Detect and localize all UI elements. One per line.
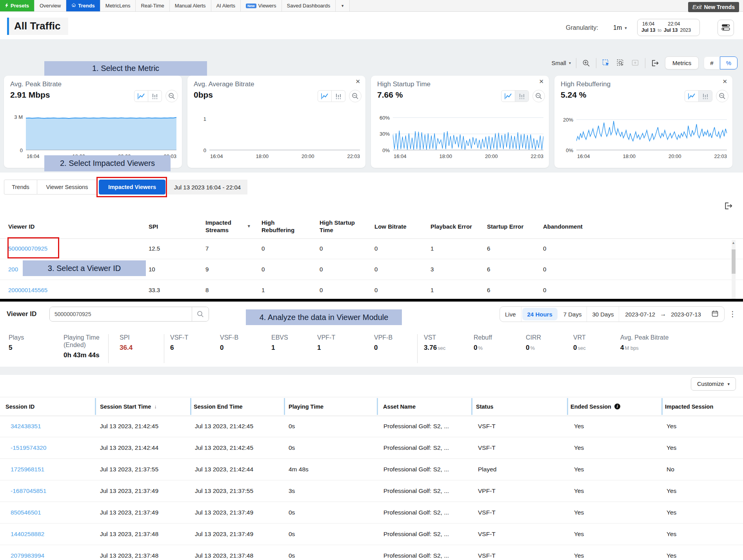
col-playing-time[interactable]: Playing Time [289, 397, 323, 416]
session-id-link[interactable]: -1687045851 [11, 480, 46, 502]
high-startup-time-chart[interactable]: 60%30%0% [374, 116, 543, 150]
select-tool-icon[interactable] [601, 58, 611, 68]
session-id-link[interactable]: 850546501 [11, 502, 41, 523]
nav-manual-alerts[interactable]: Manual Alerts [170, 0, 211, 11]
date-end-value[interactable]: 2023-07-13 [671, 311, 701, 318]
col-ended-session[interactable]: Ended Sessioni [570, 397, 620, 416]
bar-chart-icon[interactable] [331, 91, 345, 102]
col-playing-time-label: Playing Time [289, 404, 323, 410]
magnifier-wave-icon[interactable] [349, 90, 362, 102]
chart-type-toggle [134, 90, 162, 102]
card-high-rebuffering[interactable]: ✕ High Rebuffering 5.24 % 20%0% 16:0418:… [554, 76, 732, 168]
number-mode-button[interactable]: # [704, 56, 719, 69]
col-spi[interactable]: SPI [149, 215, 158, 238]
line-chart-icon[interactable] [318, 91, 331, 102]
magnifier-wave-icon[interactable] [716, 90, 728, 102]
range-24-hours[interactable]: 24 Hours [522, 308, 558, 320]
col-impacted-streams[interactable]: Impacted Streams [205, 215, 247, 238]
avg-average-bitrate-chart[interactable]: 10 [191, 116, 360, 150]
exit-new-trends-button[interactable]: Exit New Trends [688, 2, 739, 12]
session-id-link[interactable]: 2079983994 [11, 545, 44, 560]
nav-metriclens[interactable]: MetricLens [100, 0, 136, 11]
impacted-session-cell: Yes [667, 416, 676, 437]
date-start-value[interactable]: 2023-07-12 [625, 311, 655, 318]
col-session-start[interactable]: Session Start Time↓ [100, 397, 157, 416]
card-avg-average-bitrate[interactable]: ✕ Avg. Average Bitrate 0bps 10 16:0418:0… [187, 76, 365, 168]
percent-mode-button[interactable]: % [720, 56, 738, 69]
range-live[interactable]: Live [500, 307, 521, 322]
viewer-id-link[interactable]: 200 [8, 259, 18, 280]
info-icon[interactable]: i [614, 404, 620, 409]
session-id-link[interactable]: 1440258882 [11, 524, 44, 545]
magnifier-wave-icon[interactable] [165, 90, 178, 102]
range-end-time: 22:04 [668, 21, 680, 27]
table-export-icon[interactable] [724, 202, 733, 212]
col-abandonment[interactable]: Abandonment [543, 215, 583, 238]
sort-chevron-icon[interactable]: ▾ [248, 224, 250, 229]
scrollbar-thumb[interactable] [732, 249, 736, 274]
chart-size-select[interactable]: Small ▾ [551, 60, 571, 66]
session-id-link[interactable]: 1725968151 [11, 459, 44, 480]
nav-saved-dashboards[interactable]: Saved Dashboards [282, 0, 336, 11]
card-title: Avg. Peak Bitrate [10, 80, 62, 88]
session-id-link[interactable]: 342438351 [11, 416, 41, 437]
nav-viewers[interactable]: New Viewers [241, 0, 282, 11]
line-chart-icon[interactable] [501, 91, 515, 102]
viewer-id-input[interactable] [50, 307, 192, 321]
nav-more-menu[interactable]: ▼ [336, 0, 350, 11]
col-low-bitrate[interactable]: Low Bitrate [374, 215, 407, 238]
time-range-picker[interactable]: 16:04 22:04 Jul 13 to Jul 13 2023 [637, 19, 700, 36]
granularity-select[interactable]: 1m ▾ [613, 24, 627, 31]
nav-realtime[interactable]: Real-Time [136, 0, 169, 11]
chart-toolbar: Small ▾ Metrics # % [551, 56, 738, 69]
search-icon[interactable] [192, 307, 209, 321]
close-icon[interactable]: ✕ [722, 78, 727, 85]
viewer-id-link[interactable]: 200000145565 [8, 280, 47, 300]
session-end-cell: Jul 13 2023, 21:42:44 [195, 459, 253, 480]
col-startup-error[interactable]: Startup Error [487, 215, 523, 238]
card-avg-peak-bitrate[interactable]: Avg. Peak Bitrate 2.91 Mbps 3 M0 16:0418… [4, 76, 182, 168]
date-range-fields[interactable]: 2023-07-12 → 2023-07-13 [619, 310, 724, 318]
col-viewer-id[interactable]: Viewer ID [8, 215, 35, 238]
card-high-startup-time[interactable]: ✕ High Startup Time 7.66 % 60%30%0% 16:0… [371, 76, 549, 168]
col-high-rebuffering[interactable]: High Rebuffering [262, 215, 308, 238]
high-rebuffering-chart[interactable]: 20%0% [558, 116, 727, 150]
line-chart-icon[interactable] [685, 91, 698, 102]
tab-trends[interactable]: Trends [4, 180, 37, 195]
nav-ai-alerts[interactable]: AI Alerts [211, 0, 241, 11]
annotate-icon[interactable] [630, 58, 640, 68]
col-session-id[interactable]: Session ID [5, 397, 35, 416]
bar-chart-icon[interactable] [515, 91, 529, 102]
col-impacted-session[interactable]: Impacted Session [665, 397, 713, 416]
zoom-in-icon[interactable] [581, 58, 591, 68]
sort-desc-icon[interactable]: ↓ [154, 404, 157, 409]
nav-presets[interactable]: Presets [0, 0, 35, 11]
bar-chart-icon[interactable] [148, 91, 162, 102]
session-id-link[interactable]: -1519574320 [11, 437, 46, 458]
line-chart-icon[interactable] [134, 91, 148, 102]
bar-chart-icon[interactable] [698, 91, 712, 102]
box-zoom-icon[interactable] [616, 58, 625, 68]
export-icon[interactable] [650, 58, 660, 68]
kpi-value: 1 [317, 344, 371, 352]
avg-peak-bitrate-chart[interactable]: 3 M0 [7, 116, 176, 150]
scrollbar-up-arrow[interactable]: ▲ [732, 241, 735, 245]
col-asset-name[interactable]: Asset Name [383, 397, 416, 416]
col-session-end[interactable]: Session End Time [194, 397, 243, 416]
range-30-days[interactable]: 30 Days [587, 307, 619, 322]
col-high-startup-time[interactable]: High Startup Time [320, 215, 366, 238]
magnifier-wave-icon[interactable] [532, 90, 545, 102]
nav-overview[interactable]: Overview [35, 0, 66, 11]
calendar-icon[interactable] [712, 310, 718, 318]
display-toggle-button[interactable] [718, 20, 734, 36]
close-icon[interactable]: ✕ [539, 78, 544, 85]
close-icon[interactable]: ✕ [355, 78, 360, 85]
range-7-days[interactable]: 7 Days [558, 307, 587, 322]
col-status[interactable]: Status [476, 397, 493, 416]
customize-button[interactable]: Customize ▾ [691, 377, 736, 391]
col-playback-error[interactable]: Playback Error [431, 215, 472, 238]
metrics-button[interactable]: Metrics [665, 56, 699, 69]
kebab-menu-icon[interactable]: ⋮ [729, 309, 736, 318]
tab-viewer-sessions[interactable]: Viewer Sessions [37, 180, 97, 195]
nav-trends[interactable]: Trends [66, 0, 100, 11]
